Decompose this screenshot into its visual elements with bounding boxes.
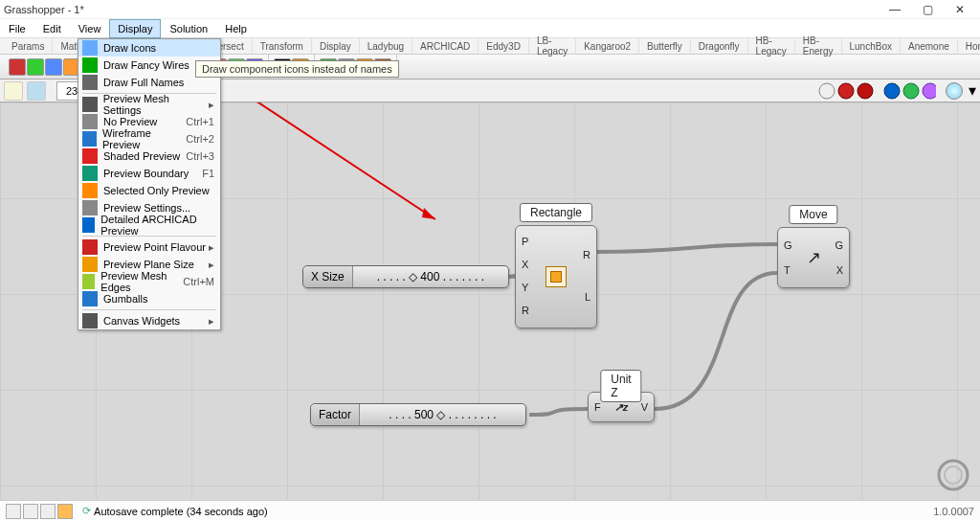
component-unit-z[interactable]: Unit Z F V ↗z — [588, 392, 655, 422]
component-rectangle[interactable]: Rectangle P X Y R R L — [515, 225, 597, 328]
status-message: Autosave complete (34 seconds ago) — [94, 506, 268, 517]
ribbon-tool-icon[interactable] — [9, 58, 26, 76]
port[interactable]: R — [522, 305, 529, 316]
menu-solution[interactable]: Solution — [161, 19, 216, 38]
close-button[interactable]: ✕ — [944, 0, 976, 19]
menu-help[interactable]: Help — [216, 19, 256, 38]
menu-item-detailed-archicad-preview[interactable]: Detailed ARCHICAD Preview — [78, 216, 220, 234]
save-button[interactable] — [27, 81, 46, 101]
menu-item-label: Detailed ARCHICAD Preview — [100, 214, 214, 237]
tab-dragonfly[interactable]: Dragonfly — [691, 38, 748, 54]
menu-item-label: Draw Fancy Wires — [103, 59, 189, 71]
menu-item-preview-mesh-settings[interactable]: Preview Mesh Settings▸ — [78, 96, 220, 113]
tab-honeybee[interactable]: Honeybee — [958, 38, 980, 54]
menu-item-wireframe-preview[interactable]: Wireframe PreviewCtrl+2 — [78, 130, 220, 147]
tab-lb-legacy[interactable]: LB-Legacy — [529, 38, 576, 54]
slider-x-size[interactable]: X Size . . . . . ◇ 400 . . . . . . . — [302, 265, 509, 288]
component-label: Unit Z — [600, 370, 641, 402]
svg-point-9 — [945, 466, 962, 484]
menu-item-label: Gumballs — [103, 293, 147, 305]
port[interactable]: F — [594, 401, 601, 413]
statusbar: ⟳ Autosave complete (34 seconds ago) 1.0… — [0, 500, 980, 521]
menu-item-icon — [82, 131, 97, 147]
status-icon[interactable] — [23, 504, 38, 519]
menu-item-preview-mesh-edges[interactable]: Preview Mesh EdgesCtrl+M — [78, 273, 220, 290]
window-title: Grasshopper - 1* — [4, 4, 84, 15]
maximize-button[interactable]: ▢ — [911, 0, 944, 19]
preview-toggle-icon[interactable] — [946, 82, 963, 100]
tab-display[interactable]: Display — [312, 38, 360, 54]
tab-butterfly[interactable]: Butterfly — [639, 38, 691, 54]
menu-item-icon — [82, 75, 98, 90]
rectangle-icon — [546, 266, 567, 287]
ribbon-tool-icon[interactable] — [45, 58, 62, 76]
menu-file[interactable]: File — [0, 19, 34, 38]
port[interactable]: Y — [522, 282, 528, 293]
port[interactable]: V — [641, 401, 648, 413]
menu-item-label: Preview Mesh Settings — [103, 93, 209, 116]
component-label: Move — [789, 205, 837, 224]
menu-item-icon — [82, 166, 98, 181]
menu-item-icon — [82, 40, 98, 56]
tab-kangaroo2[interactable]: Kangaroo2 — [576, 38, 639, 54]
status-icon[interactable] — [6, 504, 21, 519]
menu-edit[interactable]: Edit — [34, 19, 70, 38]
svg-point-5 — [923, 83, 936, 99]
svg-point-2 — [858, 83, 873, 99]
port[interactable]: G — [835, 239, 843, 251]
component-move[interactable]: Move G T G X ↗ — [777, 227, 850, 288]
menu-item-shortcut: ▸ — [209, 315, 214, 328]
menu-item-shortcut: ▸ — [209, 241, 214, 254]
svg-marker-7 — [422, 208, 435, 219]
menu-item-label: No Preview — [103, 116, 157, 127]
tab-anemone[interactable]: Anemone — [901, 38, 958, 54]
menu-item-icon — [82, 148, 98, 164]
menu-item-shortcut: Ctrl+M — [183, 276, 214, 287]
slider-factor[interactable]: Factor . . . . 500 ◇ . . . . . . . . — [310, 403, 526, 426]
svg-point-0 — [819, 83, 835, 99]
new-file-button[interactable] — [4, 81, 23, 101]
menu-item-preview-point-flavour[interactable]: Preview Point Flavour▸ — [78, 238, 220, 256]
tab-archicad[interactable]: ARCHICAD — [412, 38, 479, 54]
port[interactable]: G — [784, 239, 792, 251]
compass-widget[interactable] — [936, 458, 970, 492]
port[interactable]: X — [522, 259, 528, 270]
port[interactable]: R — [583, 249, 590, 260]
slider-name: Factor — [311, 404, 360, 425]
port[interactable]: X — [836, 264, 843, 276]
tab-lunchbox[interactable]: LunchBox — [842, 38, 901, 54]
menu-item-draw-icons[interactable]: Draw Icons — [78, 39, 220, 57]
titlebar: Grasshopper - 1* — ▢ ✕ — [0, 0, 980, 19]
status-icon[interactable] — [57, 504, 73, 519]
tab-hb-legacy[interactable]: HB-Legacy — [748, 38, 795, 54]
menu-item-icon — [82, 183, 98, 198]
port[interactable]: P — [522, 236, 528, 247]
menu-item-label: Preview Plane Size — [103, 259, 194, 270]
minimize-button[interactable]: — — [879, 0, 911, 19]
menu-item-icon — [82, 200, 98, 215]
tab-hb-energy[interactable]: HB-Energy — [795, 38, 842, 54]
tab-ladybug[interactable]: Ladybug — [360, 38, 412, 54]
status-icon[interactable] — [40, 504, 56, 519]
menu-item-label: Wireframe Preview — [102, 127, 186, 150]
port[interactable]: T — [784, 264, 791, 276]
slider-name: X Size — [303, 266, 353, 287]
ribbon-tool-icon[interactable] — [27, 58, 44, 76]
version-label: 1.0.0007 — [933, 506, 974, 517]
menu-item-icon — [82, 217, 95, 233]
menu-item-shaded-preview[interactable]: Shaded PreviewCtrl+3 — [78, 147, 220, 165]
refresh-icon[interactable]: ⟳ — [82, 505, 91, 517]
menu-item-preview-boundary[interactable]: Preview BoundaryF1 — [78, 165, 220, 182]
port[interactable]: L — [585, 291, 590, 303]
menu-item-selected-only-preview[interactable]: Selected Only Preview — [78, 182, 220, 199]
tab-params[interactable]: Params — [4, 38, 53, 54]
slider-value: 500 — [414, 408, 434, 421]
menu-item-label: Canvas Widgets — [103, 315, 180, 327]
tab-transform[interactable]: Transform — [253, 38, 312, 54]
tab-eddy3d[interactable]: Eddy3D — [479, 38, 529, 54]
menu-item-icon — [82, 97, 98, 112]
menu-item-canvas-widgets[interactable]: Canvas Widgets▸ — [78, 312, 220, 329]
menu-view[interactable]: View — [70, 19, 110, 38]
menu-display[interactable]: Display — [109, 19, 161, 38]
slider-value: 400 — [420, 270, 439, 283]
